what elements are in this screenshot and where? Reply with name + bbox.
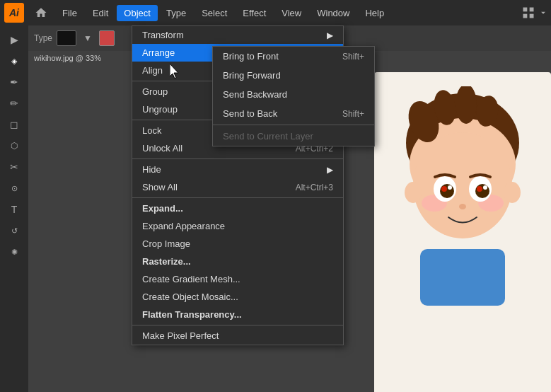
menu-make-pixel-perfect-label: Make Pixel Perfect bbox=[142, 330, 219, 341]
svg-point-19 bbox=[448, 185, 452, 190]
swatch-dropdown[interactable]: ▼ bbox=[81, 31, 95, 45]
menu-lock-label: Lock bbox=[142, 125, 161, 136]
send-backward-label: Send Backward bbox=[223, 89, 287, 100]
stroke-swatch[interactable] bbox=[99, 30, 115, 46]
separator-4 bbox=[132, 197, 343, 198]
ai-logo: Ai bbox=[4, 3, 24, 23]
menu-view[interactable]: View bbox=[274, 5, 308, 21]
tool-brush[interactable]: ✏ bbox=[4, 93, 24, 113]
menu-gradient-mesh-label: Create Gradient Mesh... bbox=[142, 274, 240, 284]
tool-star[interactable]: ✺ bbox=[4, 242, 24, 262]
left-toolbar: ▶ ◈ ✒ ✏ ◻ ⬡ ✂ ⊙ T ↺ ✺ bbox=[0, 25, 28, 392]
menu-expand-appearance[interactable]: Expand Appearance bbox=[132, 217, 343, 235]
type-label: Type bbox=[34, 33, 52, 43]
menu-align-label: Align bbox=[142, 65, 163, 76]
hide-arrow: ▶ bbox=[327, 165, 333, 175]
submenu-bring-forward[interactable]: Bring Forward bbox=[213, 66, 374, 85]
tool-type[interactable]: T bbox=[4, 200, 24, 219]
submenu-bring-to-front[interactable]: Bring to Front Shift+ bbox=[213, 47, 374, 66]
menu-rasterize[interactable]: Rasterize... bbox=[132, 253, 343, 270]
menu-show-all-shortcut: Alt+Ctrl+3 bbox=[296, 183, 333, 192]
submenu-separator bbox=[213, 125, 374, 125]
menu-crop-image-label: Crop Image bbox=[142, 238, 190, 249]
menu-file[interactable]: File bbox=[55, 5, 84, 21]
cartoon-image bbox=[374, 72, 551, 392]
menu-gradient-mesh[interactable]: Create Gradient Mesh... bbox=[132, 270, 343, 288]
menu-object-mosaic[interactable]: Create Object Mosaic... bbox=[132, 288, 343, 306]
menu-unlock-all-label: Unlock All bbox=[142, 143, 182, 154]
svg-point-15 bbox=[440, 184, 454, 198]
svg-point-16 bbox=[475, 184, 489, 198]
app-logo-container: Ai bbox=[3, 1, 25, 24]
separator-5 bbox=[132, 325, 343, 325]
menu-transform-label: Transform bbox=[142, 30, 184, 40]
cartoon-svg bbox=[381, 86, 544, 384]
menu-bar: Ai File Edit Object Type Select Effect V… bbox=[0, 0, 551, 25]
send-to-back-shortcut: Shift+ bbox=[342, 109, 364, 119]
menu-make-pixel-perfect[interactable]: Make Pixel Perfect bbox=[132, 327, 343, 345]
menu-hide-label: Hide bbox=[142, 164, 161, 175]
send-current-layer-label: Send to Current Layer bbox=[223, 131, 313, 142]
menu-expand-appearance-label: Expand Appearance bbox=[142, 221, 225, 231]
svg-point-23 bbox=[504, 182, 521, 203]
transform-arrow: ▶ bbox=[327, 30, 333, 40]
menu-arrange-label: Arrange bbox=[142, 47, 175, 58]
bring-to-front-shortcut: Shift+ bbox=[342, 52, 364, 62]
menu-window[interactable]: Window bbox=[310, 5, 356, 21]
menu-expand-label: Expand... bbox=[142, 203, 183, 214]
arrange-submenu[interactable]: Bring to Front Shift+ Bring Forward Send… bbox=[212, 46, 375, 146]
svg-point-17 bbox=[441, 186, 447, 192]
svg-rect-24 bbox=[420, 249, 505, 306]
menu-flatten-transparency-label: Flatten Transparency... bbox=[142, 309, 242, 320]
menu-crop-image[interactable]: Crop Image bbox=[132, 235, 343, 253]
menu-transform[interactable]: Transform ▶ bbox=[132, 26, 343, 44]
submenu-send-to-back[interactable]: Send to Back Shift+ bbox=[213, 104, 374, 123]
menu-object[interactable]: Object bbox=[117, 5, 158, 21]
menu-group-label: Group bbox=[142, 86, 168, 97]
bring-forward-label: Bring Forward bbox=[223, 70, 281, 81]
tool-direct-select[interactable]: ◈ bbox=[4, 51, 24, 71]
menu-expand[interactable]: Expand... bbox=[132, 200, 343, 217]
menu-edit[interactable]: Edit bbox=[86, 5, 115, 21]
tool-pen[interactable]: ✒ bbox=[4, 72, 24, 92]
bring-to-front-label: Bring to Front bbox=[223, 51, 279, 62]
svg-point-21 bbox=[459, 204, 466, 209]
menu-type[interactable]: Type bbox=[159, 5, 193, 21]
menu-show-all-label: Show All bbox=[142, 182, 178, 192]
menu-object-mosaic-label: Create Object Mosaic... bbox=[142, 292, 238, 302]
menu-help[interactable]: Help bbox=[358, 5, 391, 21]
svg-rect-0 bbox=[523, 8, 528, 12]
svg-rect-1 bbox=[530, 8, 534, 12]
send-to-back-label: Send to Back bbox=[223, 108, 277, 119]
tool-scissors[interactable]: ✂ bbox=[4, 157, 24, 177]
svg-point-20 bbox=[483, 185, 487, 190]
svg-point-22 bbox=[405, 182, 422, 203]
tool-polygon[interactable]: ⬡ bbox=[4, 136, 24, 156]
home-button[interactable] bbox=[30, 1, 52, 24]
tool-shape[interactable]: ◻ bbox=[4, 115, 24, 134]
svg-point-18 bbox=[477, 186, 482, 192]
menu-show-all[interactable]: Show All Alt+Ctrl+3 bbox=[132, 178, 343, 196]
menu-items: File Edit Object Type Select Effect View… bbox=[55, 5, 391, 21]
color-swatch[interactable] bbox=[57, 30, 76, 46]
tool-rotate[interactable]: ↺ bbox=[4, 221, 24, 241]
menu-ungroup-label: Ungroup bbox=[142, 104, 178, 115]
separator-3 bbox=[132, 158, 343, 159]
menu-rasterize-label: Rasterize... bbox=[142, 256, 191, 267]
chevron-down-icon[interactable] bbox=[538, 8, 548, 18]
submenu-send-current-layer: Send to Current Layer bbox=[213, 127, 374, 146]
submenu-send-backward[interactable]: Send Backward bbox=[213, 85, 374, 104]
grid-icon bbox=[521, 6, 535, 20]
menu-select[interactable]: Select bbox=[195, 5, 234, 21]
canvas-label: wikihow.jpg @ 33% bbox=[34, 54, 101, 62]
svg-rect-2 bbox=[523, 14, 528, 18]
menu-effect[interactable]: Effect bbox=[236, 5, 273, 21]
svg-rect-3 bbox=[530, 14, 534, 18]
tool-select[interactable]: ▶ bbox=[4, 30, 24, 50]
tool-zoom[interactable]: ⊙ bbox=[4, 178, 24, 198]
menu-hide[interactable]: Hide ▶ bbox=[132, 161, 343, 178]
menu-flatten-transparency[interactable]: Flatten Transparency... bbox=[132, 306, 343, 323]
